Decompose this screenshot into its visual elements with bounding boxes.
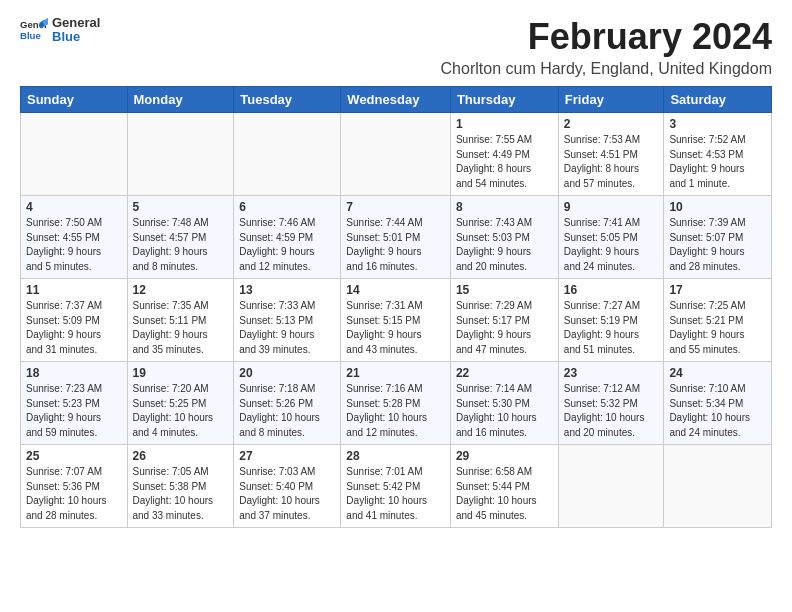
- week-row: 11Sunrise: 7:37 AMSunset: 5:09 PMDayligh…: [21, 279, 772, 362]
- day-info: Sunrise: 7:52 AMSunset: 4:53 PMDaylight:…: [669, 133, 766, 191]
- calendar-cell: 26Sunrise: 7:05 AMSunset: 5:38 PMDayligh…: [127, 445, 234, 528]
- day-number: 19: [133, 366, 229, 380]
- calendar: SundayMondayTuesdayWednesdayThursdayFrid…: [20, 86, 772, 528]
- day-number: 11: [26, 283, 122, 297]
- logo-icon: General Blue: [20, 16, 48, 44]
- calendar-cell: 13Sunrise: 7:33 AMSunset: 5:13 PMDayligh…: [234, 279, 341, 362]
- day-number: 24: [669, 366, 766, 380]
- calendar-body: 1Sunrise: 7:55 AMSunset: 4:49 PMDaylight…: [21, 113, 772, 528]
- logo-line2: Blue: [52, 30, 100, 44]
- day-info: Sunrise: 7:14 AMSunset: 5:30 PMDaylight:…: [456, 382, 553, 440]
- day-info: Sunrise: 7:03 AMSunset: 5:40 PMDaylight:…: [239, 465, 335, 523]
- calendar-cell: 11Sunrise: 7:37 AMSunset: 5:09 PMDayligh…: [21, 279, 128, 362]
- day-info: Sunrise: 7:10 AMSunset: 5:34 PMDaylight:…: [669, 382, 766, 440]
- day-info: Sunrise: 7:05 AMSunset: 5:38 PMDaylight:…: [133, 465, 229, 523]
- day-number: 27: [239, 449, 335, 463]
- header-cell-wednesday: Wednesday: [341, 87, 451, 113]
- calendar-cell: 18Sunrise: 7:23 AMSunset: 5:23 PMDayligh…: [21, 362, 128, 445]
- day-info: Sunrise: 7:31 AMSunset: 5:15 PMDaylight:…: [346, 299, 445, 357]
- day-number: 9: [564, 200, 659, 214]
- day-info: Sunrise: 7:29 AMSunset: 5:17 PMDaylight:…: [456, 299, 553, 357]
- day-info: Sunrise: 7:39 AMSunset: 5:07 PMDaylight:…: [669, 216, 766, 274]
- day-info: Sunrise: 7:50 AMSunset: 4:55 PMDaylight:…: [26, 216, 122, 274]
- day-info: Sunrise: 6:58 AMSunset: 5:44 PMDaylight:…: [456, 465, 553, 523]
- day-info: Sunrise: 7:37 AMSunset: 5:09 PMDaylight:…: [26, 299, 122, 357]
- week-row: 18Sunrise: 7:23 AMSunset: 5:23 PMDayligh…: [21, 362, 772, 445]
- day-info: Sunrise: 7:20 AMSunset: 5:25 PMDaylight:…: [133, 382, 229, 440]
- header-cell-tuesday: Tuesday: [234, 87, 341, 113]
- calendar-cell: 2Sunrise: 7:53 AMSunset: 4:51 PMDaylight…: [558, 113, 664, 196]
- day-number: 14: [346, 283, 445, 297]
- calendar-cell: 8Sunrise: 7:43 AMSunset: 5:03 PMDaylight…: [450, 196, 558, 279]
- day-number: 3: [669, 117, 766, 131]
- calendar-cell: 14Sunrise: 7:31 AMSunset: 5:15 PMDayligh…: [341, 279, 451, 362]
- subtitle: Chorlton cum Hardy, England, United King…: [441, 60, 772, 78]
- day-info: Sunrise: 7:43 AMSunset: 5:03 PMDaylight:…: [456, 216, 553, 274]
- day-number: 7: [346, 200, 445, 214]
- week-row: 4Sunrise: 7:50 AMSunset: 4:55 PMDaylight…: [21, 196, 772, 279]
- calendar-cell: 1Sunrise: 7:55 AMSunset: 4:49 PMDaylight…: [450, 113, 558, 196]
- day-number: 28: [346, 449, 445, 463]
- title-block: February 2024 Chorlton cum Hardy, Englan…: [441, 16, 772, 78]
- calendar-cell: [234, 113, 341, 196]
- day-info: Sunrise: 7:27 AMSunset: 5:19 PMDaylight:…: [564, 299, 659, 357]
- day-info: Sunrise: 7:01 AMSunset: 5:42 PMDaylight:…: [346, 465, 445, 523]
- calendar-cell: [341, 113, 451, 196]
- calendar-cell: 9Sunrise: 7:41 AMSunset: 5:05 PMDaylight…: [558, 196, 664, 279]
- header-cell-friday: Friday: [558, 87, 664, 113]
- calendar-cell: 16Sunrise: 7:27 AMSunset: 5:19 PMDayligh…: [558, 279, 664, 362]
- calendar-cell: [664, 445, 772, 528]
- day-info: Sunrise: 7:35 AMSunset: 5:11 PMDaylight:…: [133, 299, 229, 357]
- calendar-cell: 15Sunrise: 7:29 AMSunset: 5:17 PMDayligh…: [450, 279, 558, 362]
- day-number: 16: [564, 283, 659, 297]
- calendar-cell: 10Sunrise: 7:39 AMSunset: 5:07 PMDayligh…: [664, 196, 772, 279]
- day-number: 8: [456, 200, 553, 214]
- day-number: 23: [564, 366, 659, 380]
- day-number: 10: [669, 200, 766, 214]
- svg-text:Blue: Blue: [20, 30, 41, 41]
- day-info: Sunrise: 7:41 AMSunset: 5:05 PMDaylight:…: [564, 216, 659, 274]
- calendar-cell: 22Sunrise: 7:14 AMSunset: 5:30 PMDayligh…: [450, 362, 558, 445]
- calendar-cell: 19Sunrise: 7:20 AMSunset: 5:25 PMDayligh…: [127, 362, 234, 445]
- day-number: 17: [669, 283, 766, 297]
- week-row: 25Sunrise: 7:07 AMSunset: 5:36 PMDayligh…: [21, 445, 772, 528]
- day-info: Sunrise: 7:33 AMSunset: 5:13 PMDaylight:…: [239, 299, 335, 357]
- calendar-cell: 4Sunrise: 7:50 AMSunset: 4:55 PMDaylight…: [21, 196, 128, 279]
- day-info: Sunrise: 7:12 AMSunset: 5:32 PMDaylight:…: [564, 382, 659, 440]
- calendar-cell: 27Sunrise: 7:03 AMSunset: 5:40 PMDayligh…: [234, 445, 341, 528]
- logo-line1: General: [52, 16, 100, 30]
- day-info: Sunrise: 7:55 AMSunset: 4:49 PMDaylight:…: [456, 133, 553, 191]
- header-cell-monday: Monday: [127, 87, 234, 113]
- day-info: Sunrise: 7:18 AMSunset: 5:26 PMDaylight:…: [239, 382, 335, 440]
- day-number: 4: [26, 200, 122, 214]
- calendar-cell: 23Sunrise: 7:12 AMSunset: 5:32 PMDayligh…: [558, 362, 664, 445]
- day-info: Sunrise: 7:25 AMSunset: 5:21 PMDaylight:…: [669, 299, 766, 357]
- day-number: 29: [456, 449, 553, 463]
- calendar-cell: [558, 445, 664, 528]
- calendar-cell: 17Sunrise: 7:25 AMSunset: 5:21 PMDayligh…: [664, 279, 772, 362]
- day-info: Sunrise: 7:46 AMSunset: 4:59 PMDaylight:…: [239, 216, 335, 274]
- day-info: Sunrise: 7:23 AMSunset: 5:23 PMDaylight:…: [26, 382, 122, 440]
- day-info: Sunrise: 7:48 AMSunset: 4:57 PMDaylight:…: [133, 216, 229, 274]
- calendar-cell: 7Sunrise: 7:44 AMSunset: 5:01 PMDaylight…: [341, 196, 451, 279]
- calendar-cell: 25Sunrise: 7:07 AMSunset: 5:36 PMDayligh…: [21, 445, 128, 528]
- day-number: 12: [133, 283, 229, 297]
- calendar-header: SundayMondayTuesdayWednesdayThursdayFrid…: [21, 87, 772, 113]
- calendar-cell: 21Sunrise: 7:16 AMSunset: 5:28 PMDayligh…: [341, 362, 451, 445]
- logo: General Blue General Blue: [20, 16, 100, 45]
- day-number: 22: [456, 366, 553, 380]
- calendar-cell: 5Sunrise: 7:48 AMSunset: 4:57 PMDaylight…: [127, 196, 234, 279]
- header-cell-saturday: Saturday: [664, 87, 772, 113]
- calendar-cell: 24Sunrise: 7:10 AMSunset: 5:34 PMDayligh…: [664, 362, 772, 445]
- day-number: 20: [239, 366, 335, 380]
- header-row: SundayMondayTuesdayWednesdayThursdayFrid…: [21, 87, 772, 113]
- calendar-cell: 12Sunrise: 7:35 AMSunset: 5:11 PMDayligh…: [127, 279, 234, 362]
- day-number: 25: [26, 449, 122, 463]
- calendar-cell: 29Sunrise: 6:58 AMSunset: 5:44 PMDayligh…: [450, 445, 558, 528]
- day-info: Sunrise: 7:53 AMSunset: 4:51 PMDaylight:…: [564, 133, 659, 191]
- day-info: Sunrise: 7:07 AMSunset: 5:36 PMDaylight:…: [26, 465, 122, 523]
- calendar-cell: 6Sunrise: 7:46 AMSunset: 4:59 PMDaylight…: [234, 196, 341, 279]
- day-number: 26: [133, 449, 229, 463]
- header-cell-thursday: Thursday: [450, 87, 558, 113]
- calendar-cell: 20Sunrise: 7:18 AMSunset: 5:26 PMDayligh…: [234, 362, 341, 445]
